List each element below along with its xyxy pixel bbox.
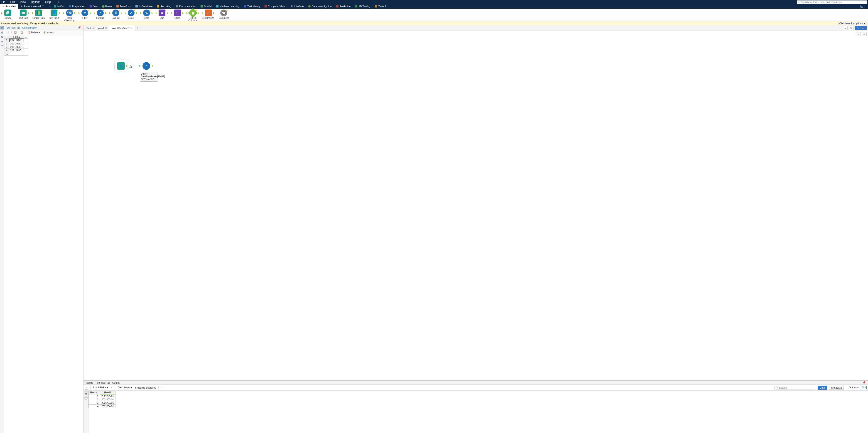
cell-empty[interactable] bbox=[9, 52, 24, 56]
menu-file[interactable]: File bbox=[1, 0, 5, 4]
node-text-input[interactable]: 📘 bbox=[115, 60, 127, 72]
cat-time[interactable]: Time S bbox=[373, 4, 388, 9]
cat-recommended[interactable]: ☀ Recommended ⓘ bbox=[18, 4, 46, 9]
anchor-out-icon[interactable] bbox=[152, 65, 153, 67]
rescell-r3[interactable]: 2021/03/01 bbox=[100, 401, 116, 405]
cat-indatabase[interactable]: In-Database bbox=[133, 4, 155, 9]
pin-icon[interactable]: 📌 bbox=[77, 26, 82, 29]
gear-icon[interactable]: ⚙ bbox=[0, 26, 4, 30]
cat-textmining[interactable]: Text Mining bbox=[242, 4, 262, 9]
anchor-in-icon[interactable] bbox=[139, 65, 141, 67]
cat-predictive[interactable]: Predictive bbox=[334, 4, 353, 9]
insert-button[interactable]: Insert ▾ bbox=[43, 31, 56, 34]
check-icon[interactable]: ✔ bbox=[111, 386, 113, 389]
tag-icon[interactable]: ◈ bbox=[0, 40, 4, 43]
tool-textinput[interactable]: ★ 📘 Text Input bbox=[47, 9, 61, 19]
paste-button[interactable]: 📋 bbox=[19, 31, 24, 34]
cat-parse[interactable]: Parse bbox=[100, 4, 114, 9]
cat-di[interactable]: Data Investigation bbox=[306, 4, 334, 9]
rescell-r2[interactable]: 2021/02/01 bbox=[100, 398, 116, 401]
metadata-tab[interactable]: Metadata bbox=[829, 386, 844, 390]
tool-datacleansing[interactable]: ★ ⌫ Data Cleansing bbox=[63, 9, 76, 22]
tool-summarize[interactable]: ★ Σ Summarize bbox=[202, 9, 215, 19]
rescell-r1[interactable]: 2021/01/01 bbox=[100, 394, 116, 398]
close-icon[interactable]: × bbox=[131, 27, 133, 30]
zoom-out-button[interactable]: − bbox=[856, 32, 861, 36]
cat-cv[interactable]: Computer Vision bbox=[262, 4, 288, 9]
tool-sort[interactable]: ★ ⇅ Sort bbox=[140, 9, 153, 19]
rescell-r4[interactable]: 2021/04/01 bbox=[100, 405, 116, 408]
cat-preparation[interactable]: Preparation bbox=[66, 4, 87, 9]
tool-outputdata[interactable]: ★ 📗 Output Data bbox=[32, 9, 45, 19]
cell-r4[interactable]: 2021/04/01 bbox=[9, 49, 24, 52]
global-search-input[interactable] bbox=[801, 1, 866, 3]
run-button[interactable]: ▷ Run bbox=[855, 26, 867, 30]
results-search-input[interactable] bbox=[779, 386, 814, 389]
arrow-up-icon[interactable]: ↑ bbox=[161, 386, 162, 389]
zoom-in-button[interactable]: + bbox=[862, 32, 867, 36]
results-search[interactable] bbox=[775, 386, 815, 390]
menu-view[interactable]: View bbox=[20, 0, 26, 4]
menu-options[interactable]: Options bbox=[31, 0, 40, 4]
tool-comment[interactable]: ★ 💬 Comment bbox=[217, 9, 230, 19]
tool-sample[interactable]: ★ ⠿ Sample bbox=[109, 9, 123, 19]
results-table[interactable]: Record Field1 12021/01/01 22021/02/01 32… bbox=[89, 391, 116, 433]
delete-button[interactable]: Delete ▾ bbox=[27, 31, 41, 34]
overflow-button[interactable]: » bbox=[843, 26, 847, 30]
cat-join[interactable]: Join bbox=[87, 4, 100, 9]
cat-transform[interactable]: Transform bbox=[114, 4, 133, 9]
cat-favorites[interactable]: ★ Favorites bbox=[0, 4, 18, 9]
node-formula[interactable]: ƒ bbox=[141, 60, 152, 72]
tool-filter[interactable]: ★ ▾ Filter bbox=[78, 9, 92, 19]
tab-new-workflow2[interactable]: New Workflow2* × bbox=[109, 25, 135, 31]
page-number-box[interactable]: 000 bbox=[861, 386, 867, 389]
copy-button[interactable]: 📋 bbox=[13, 31, 18, 34]
cell-r1[interactable]: 2021/01/01 bbox=[9, 38, 24, 42]
cell-r2[interactable]: 2021/02/01 bbox=[9, 42, 24, 45]
tool-join[interactable]: ★ ⋈ Join bbox=[155, 9, 169, 19]
cat-ab[interactable]: AB Testing bbox=[353, 4, 373, 9]
chevrons-icon[interactable]: ⇅ bbox=[0, 35, 4, 38]
import-button[interactable]: 📄 bbox=[5, 31, 10, 34]
tab-start-here[interactable]: Start Here.yxmd × bbox=[84, 25, 109, 31]
cat-interface[interactable]: ⇅Interface bbox=[288, 4, 306, 9]
grid-icon[interactable]: ▦ bbox=[84, 392, 88, 395]
tool-union[interactable]: ★ ∪ Union bbox=[170, 9, 184, 19]
banner-options-button[interactable]: Click here for options ▼ bbox=[838, 22, 867, 25]
col-record[interactable]: Record bbox=[89, 391, 100, 395]
canvas[interactable]: − + 📘 4 44b ƒ Date = DateTimeP bbox=[84, 31, 868, 380]
cat-spatial[interactable]: Spatial bbox=[198, 4, 214, 9]
global-search[interactable] bbox=[797, 0, 867, 4]
help-icon[interactable]: ? bbox=[0, 44, 4, 47]
config-grid[interactable]: Field1 … 12021/01/01 22021/02/01 32021/0… bbox=[4, 35, 83, 56]
cat-reporting[interactable]: Reporting bbox=[155, 4, 174, 9]
chevron-down-icon[interactable]: ⌄ bbox=[73, 26, 77, 29]
code-icon[interactable]: ⟨⟩ bbox=[0, 31, 4, 34]
actions-dropdown[interactable]: Actions ▾ bbox=[848, 386, 859, 389]
arrow-down-icon[interactable]: ↓ bbox=[164, 386, 166, 389]
globe-icon[interactable] bbox=[56, 1, 59, 3]
cat-documentation[interactable]: Documentation bbox=[174, 4, 198, 9]
pin-icon[interactable]: 📌 bbox=[862, 381, 867, 384]
tool-browse[interactable]: ★ 🗐 Browse bbox=[1, 9, 14, 19]
menu-edit[interactable]: Edit bbox=[10, 0, 15, 4]
hamburger-icon[interactable]: ≡ bbox=[85, 386, 88, 390]
chevron-down-icon[interactable]: ⌄ bbox=[858, 381, 862, 384]
history-button[interactable]: ↻ bbox=[849, 26, 854, 30]
tool-formula[interactable]: ★ ƒ Formula bbox=[93, 9, 107, 19]
menu-help[interactable]: Help bbox=[45, 0, 51, 4]
close-icon[interactable]: × bbox=[105, 27, 106, 30]
cell-viewer-dropdown[interactable]: Cell Viewer ▾ bbox=[118, 386, 132, 389]
data-tab[interactable]: Data bbox=[818, 386, 827, 390]
chevron-left-icon[interactable]: 〈 bbox=[46, 4, 52, 9]
field-count-dropdown[interactable]: 1 of 1 Fields ▾ bbox=[93, 386, 108, 389]
add-category[interactable]: + 〉 bbox=[859, 4, 868, 9]
tool-texttocolumns[interactable]: ★ ▦ Text To Columns bbox=[186, 9, 199, 22]
new-tab-button[interactable]: ＋ bbox=[135, 25, 140, 31]
cell-r3[interactable]: 2021/03/01 bbox=[9, 45, 24, 49]
col-field1[interactable]: Field1 bbox=[100, 391, 116, 395]
tool-select[interactable]: ★ ✓ Select bbox=[124, 9, 138, 19]
col-header-field1[interactable]: Field1 bbox=[9, 35, 24, 38]
anchor-out-icon[interactable] bbox=[126, 65, 128, 67]
tool-inputdata[interactable]: ★ 📖 Input Data bbox=[16, 9, 30, 19]
